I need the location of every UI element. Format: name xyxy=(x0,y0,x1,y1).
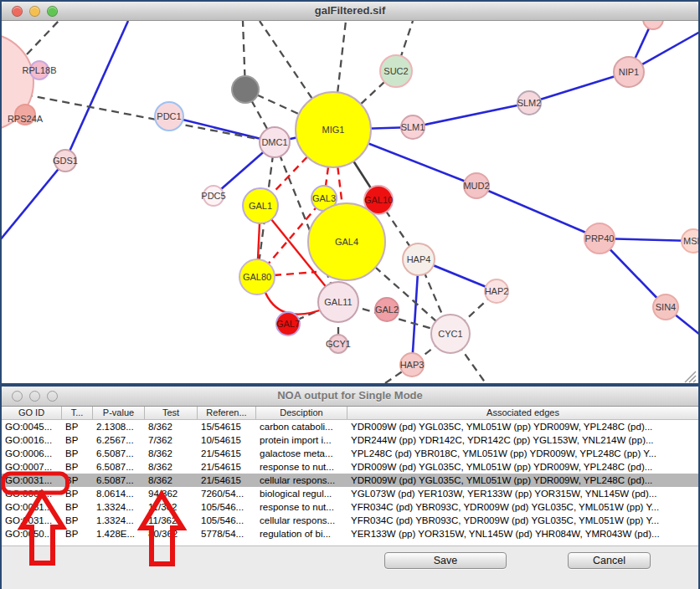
cell-ref: 21/54615 xyxy=(198,460,256,474)
noa-window-titlebar[interactable]: NOA output for Single Mode xyxy=(2,387,698,407)
cell-edges: YDR009W (pd) YGL035C, YML051W (pp) YDR00… xyxy=(347,474,698,487)
column-header-type[interactable]: T... xyxy=(62,407,93,419)
table-row[interactable]: GO:0050...BP1.428E...80/3625778/54...reg… xyxy=(2,527,698,540)
cell-test: 94/362 xyxy=(145,487,198,500)
edge-pd[interactable] xyxy=(27,21,59,54)
table-row[interactable]: GO:0045...BP2.1308...8/36215/54615carbon… xyxy=(2,420,698,433)
node-tr[interactable] xyxy=(643,21,663,29)
node-label: SLM1 xyxy=(401,122,425,132)
table-row[interactable]: GO:0016...BP6.2567...7/36210/54615protei… xyxy=(2,433,698,447)
column-header-p[interactable]: P-value xyxy=(93,407,145,419)
cell-desc: protein import i... xyxy=(256,433,347,447)
node-label: RPL18B xyxy=(23,65,57,75)
column-header-desc[interactable]: Desciption xyxy=(256,407,347,419)
cell-go: GO:0045... xyxy=(2,420,62,433)
network-canvas[interactable]: RPL18BRPS24AGDS1PDC1DMC1MIG1SUC2SLM1SLM2… xyxy=(2,21,698,383)
cell-desc: cellular respons... xyxy=(256,514,347,527)
cell-ref: 21/54615 xyxy=(198,474,256,487)
node-label: HAP2 xyxy=(485,286,509,296)
cell-type: BP xyxy=(62,487,93,500)
cell-ref: 5778/54... xyxy=(198,527,256,540)
cell-edges: YDR009W (pd) YGL035C, YML051W (pp) YDR00… xyxy=(347,460,698,474)
cell-test: 11/362 xyxy=(145,500,198,514)
node-label: GCY1 xyxy=(326,339,351,349)
table-row[interactable]: GO:0031...BP1.3324...11/362105/546...cel… xyxy=(2,514,698,527)
edge-pp[interactable] xyxy=(476,186,600,238)
cell-go: GO:0016... xyxy=(2,433,62,447)
node-label: NIP1 xyxy=(619,67,639,77)
table-row[interactable]: GO:0031...BP1.3324...11/362105/546...res… xyxy=(2,500,698,514)
cell-edges: YFR034C (pd) YBR093C, YDR009W (pd) YGL03… xyxy=(347,500,698,514)
cell-test: 7/362 xyxy=(145,433,198,447)
node-label: CYC1 xyxy=(438,329,462,339)
node-label: GAL3 xyxy=(312,193,336,203)
cell-edges: YFR034C (pd) YBR093C, YDR009W (pd) YGL03… xyxy=(347,514,698,527)
node-label: GAL80 xyxy=(243,272,271,282)
node-label: DMC1 xyxy=(261,137,287,147)
cell-type: BP xyxy=(62,514,93,527)
column-header-edges[interactable]: Associated edges xyxy=(347,407,698,419)
cell-go: GO:0050... xyxy=(2,527,62,540)
node-gray[interactable] xyxy=(232,76,259,103)
cell-p: 6.5087... xyxy=(93,460,145,474)
save-button[interactable]: Save xyxy=(384,552,507,569)
column-header-go[interactable]: GO ID xyxy=(2,407,62,419)
table-row[interactable]: GO:0065...BP8.0614...94/3627260/54...bio… xyxy=(2,487,698,500)
cell-p: 6.5087... xyxy=(93,447,145,460)
cell-ref: 15/54615 xyxy=(198,420,256,433)
cell-edges: YER133W (pp) YOR315W, YNL145W (pd) YHR08… xyxy=(347,527,698,540)
cell-desc: galactose meta... xyxy=(256,447,347,460)
cell-desc: biological regul... xyxy=(256,487,347,500)
node-label: GAL1 xyxy=(249,201,272,211)
edge-pp[interactable] xyxy=(169,116,275,142)
node-label: GAL2 xyxy=(375,305,399,315)
cell-edges: YPL248C (pd) YBR018C, YML051W (pp) YDR00… xyxy=(347,447,698,460)
node-label: PRP40 xyxy=(585,233,615,243)
cell-ref: 105/546... xyxy=(198,500,256,514)
resize-grip[interactable] xyxy=(685,371,696,382)
table-row[interactable]: GO:0006...BP6.5087...8/36221/54615galact… xyxy=(2,447,698,460)
edge-pp[interactable] xyxy=(413,103,529,127)
node-label: SIN4 xyxy=(656,302,676,312)
cell-go: GO:0031... xyxy=(2,474,62,487)
edge-pp[interactable] xyxy=(2,161,65,240)
cell-type: BP xyxy=(62,474,93,487)
cell-go: GO:0031... xyxy=(2,500,62,514)
cell-desc: response to nut... xyxy=(256,500,347,514)
cell-test: 11/362 xyxy=(145,514,198,527)
cell-ref: 7260/54... xyxy=(198,487,256,500)
edge-pd[interactable] xyxy=(25,95,275,142)
node-label: SLM2 xyxy=(517,98,542,108)
cancel-button[interactable]: Cancel xyxy=(568,552,651,569)
node-label: MSN xyxy=(683,236,698,246)
cell-test: 80/362 xyxy=(145,527,198,540)
edge-sel-pp[interactable] xyxy=(264,289,327,315)
cell-edges: YGL073W (pd) YER103W, YER133W (pp) YOR31… xyxy=(347,487,698,500)
column-header-test[interactable]: Test xyxy=(145,407,198,419)
node-label: HAP4 xyxy=(407,254,431,264)
cell-p: 1.428E... xyxy=(93,527,145,540)
cell-desc: regulation of bi... xyxy=(256,527,347,540)
cell-desc: response to nut... xyxy=(256,460,347,474)
node-label: HAP3 xyxy=(400,360,425,370)
cell-test: 8/362 xyxy=(145,447,198,460)
table-row[interactable]: GO:0031...BP6.5087...8/36221/54615cellul… xyxy=(2,474,698,487)
network-window: galFiltered.sif RPL18BRPS24AGDS1PDC1DMC1… xyxy=(2,2,698,383)
network-window-title: galFiltered.sif xyxy=(2,4,698,17)
cell-p: 8.0614... xyxy=(93,487,145,500)
cell-ref: 21/54615 xyxy=(198,447,256,460)
cell-go: GO:0065... xyxy=(2,487,62,500)
cell-ref: 10/54615 xyxy=(198,433,256,447)
table-row[interactable]: GO:0007...BP6.5087...8/36221/54615respon… xyxy=(2,460,698,474)
node-label: PDC1 xyxy=(157,111,181,121)
results-table-header: GO IDT...P-valueTestReferen...Desciption… xyxy=(2,407,698,420)
edge-sel-pd[interactable] xyxy=(274,272,317,275)
node-label: SUC2 xyxy=(383,66,408,76)
cell-p: 1.3324... xyxy=(93,500,145,514)
edge-pp[interactable] xyxy=(65,21,128,161)
cell-type: BP xyxy=(62,420,93,433)
cell-edges: YDR009W (pd) YGL035C, YML051W (pp) YDR00… xyxy=(347,420,698,433)
column-header-ref[interactable]: Referen... xyxy=(198,407,256,419)
network-window-titlebar[interactable]: galFiltered.sif xyxy=(2,2,698,21)
node-label: GAL10 xyxy=(364,195,393,205)
